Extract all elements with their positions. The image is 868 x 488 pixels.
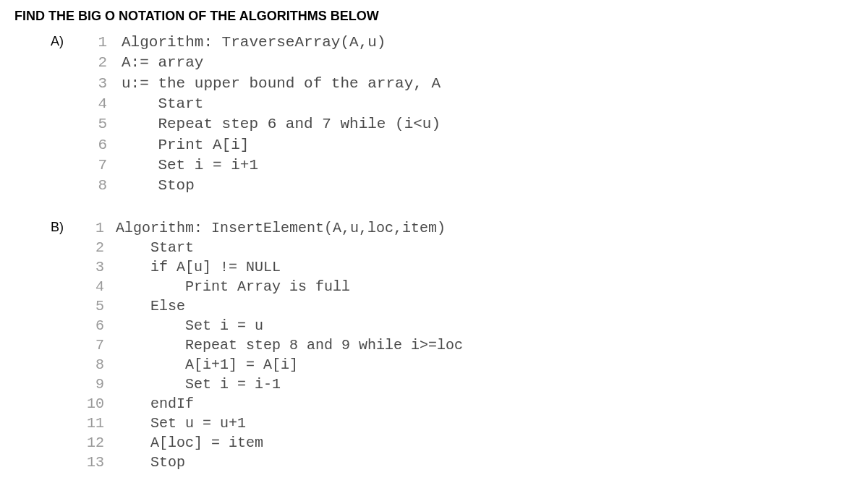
line-number: 9 — [87, 374, 116, 394]
line-content: Algorithm: InsertElement(A,u,loc,item) — [116, 218, 446, 238]
line-content: Set u = u+1 — [116, 414, 246, 433]
line-content: Set i = u — [116, 316, 263, 335]
line-number: 8 — [87, 176, 122, 196]
code-line: 7 Set i = i+1 — [87, 155, 441, 176]
algorithm-label-a: A) — [14, 33, 87, 197]
code-line: 3u:= the upper bound of the array, A — [87, 74, 441, 94]
page-title: FIND THE BIG O NOTATION OF THE ALGORITHM… — [14, 9, 854, 24]
code-line: 9 Set i = i-1 — [87, 374, 463, 394]
line-number: 7 — [87, 335, 116, 355]
code-line: 8 A[i+1] = A[i] — [87, 355, 463, 374]
line-content: Stop — [122, 176, 195, 196]
line-number: 5 — [87, 114, 122, 134]
line-number: 3 — [87, 74, 122, 94]
algorithm-label-b: B) — [14, 218, 87, 472]
line-number: 5 — [87, 296, 116, 316]
line-number: 4 — [87, 277, 116, 296]
code-line: 4 Print Array is full — [87, 277, 463, 296]
code-line: 12 A[loc] = item — [87, 433, 463, 453]
code-line: 11 Set u = u+1 — [87, 414, 463, 433]
code-line: 6 Print A[i] — [87, 135, 441, 155]
algorithm-b: B) 1Algorithm: InsertElement(A,u,loc,ite… — [14, 218, 854, 472]
code-line: 7 Repeat step 8 and 9 while i>=loc — [87, 335, 463, 355]
line-number: 2 — [87, 238, 116, 257]
line-number: 7 — [87, 155, 122, 176]
line-content: Print Array is full — [116, 277, 350, 296]
line-content: Print A[i] — [122, 135, 249, 155]
line-content: Else — [116, 296, 185, 316]
code-block-a: 1Algorithm: TraverseArray(A,u) 2A:= arra… — [87, 33, 441, 197]
line-number: 11 — [87, 414, 116, 433]
line-content: Start — [122, 94, 203, 114]
line-content: u:= the upper bound of the array, A — [122, 74, 441, 94]
line-content: Repeat step 8 and 9 while i>=loc — [116, 335, 463, 355]
line-content: Set i = i+1 — [122, 155, 258, 176]
code-line: 8 Stop — [87, 176, 441, 196]
code-line: 13 Stop — [87, 453, 463, 472]
line-content: if A[u] != NULL — [116, 257, 281, 277]
line-content: Set i = i-1 — [116, 374, 281, 394]
line-content: endIf — [116, 394, 194, 414]
code-line: 5 Repeat step 6 and 7 while (i<u) — [87, 114, 441, 134]
code-line: 6 Set i = u — [87, 316, 463, 335]
line-number: 1 — [87, 33, 122, 53]
line-number: 4 — [87, 94, 122, 114]
code-line: 4 Start — [87, 94, 441, 114]
line-content: Stop — [116, 453, 185, 472]
code-line: 1Algorithm: InsertElement(A,u,loc,item) — [87, 218, 463, 238]
line-content: Start — [116, 238, 194, 257]
line-number: 2 — [87, 53, 122, 73]
code-line: 2 Start — [87, 238, 463, 257]
line-number: 13 — [87, 453, 116, 472]
line-number: 6 — [87, 316, 116, 335]
line-number: 3 — [87, 257, 116, 277]
line-content: A[i+1] = A[i] — [116, 355, 298, 374]
code-line: 1Algorithm: TraverseArray(A,u) — [87, 33, 441, 53]
code-line: 3 if A[u] != NULL — [87, 257, 463, 277]
code-block-b: 1Algorithm: InsertElement(A,u,loc,item) … — [87, 218, 463, 472]
line-number: 12 — [87, 433, 116, 453]
line-content: A:= array — [122, 53, 203, 73]
line-content: A[loc] = item — [116, 433, 263, 453]
line-number: 1 — [87, 218, 116, 238]
line-number: 6 — [87, 135, 122, 155]
code-line: 10 endIf — [87, 394, 463, 414]
line-content: Repeat step 6 and 7 while (i<u) — [122, 114, 441, 134]
line-number: 8 — [87, 355, 116, 374]
algorithm-a: A) 1Algorithm: TraverseArray(A,u) 2A:= a… — [14, 33, 854, 197]
code-line: 2A:= array — [87, 53, 441, 73]
line-number: 10 — [87, 394, 116, 414]
line-content: Algorithm: TraverseArray(A,u) — [122, 33, 386, 53]
code-line: 5 Else — [87, 296, 463, 316]
